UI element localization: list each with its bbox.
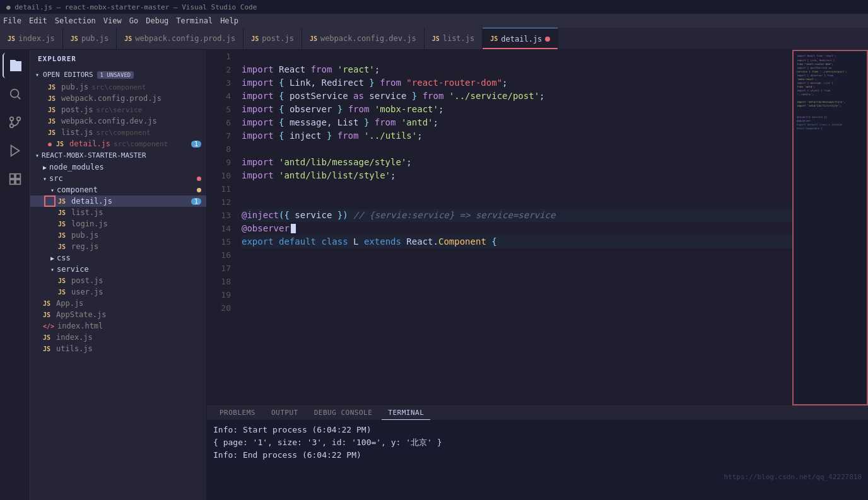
file-badge: 1	[191, 198, 201, 205]
tab-label: post.js	[262, 34, 294, 43]
tab-problems[interactable]: PROBLEMS	[213, 406, 262, 420]
tab-list-js[interactable]: JS list.js	[425, 28, 483, 49]
tab-detail-js[interactable]: JS detail.js	[483, 28, 558, 49]
tab-webpack-prod[interactable]: JS webpack.config.prod.js	[117, 28, 243, 49]
file-name: webpack.config.prod.js	[61, 94, 161, 103]
svg-line-1	[18, 96, 20, 99]
code-line-11	[242, 182, 792, 195]
tab-output[interactable]: OUTPUT	[265, 406, 305, 420]
chevron-down-icon: ▾	[35, 152, 39, 159]
tab-webpack-dev[interactable]: JS webpack.config.dev.js	[302, 28, 425, 49]
pub-js-file[interactable]: JS pub.js	[30, 230, 206, 241]
tab-terminal[interactable]: TERMINAL	[382, 406, 430, 420]
code-content[interactable]: import React from 'react'; import { Link…	[238, 50, 792, 405]
detail-js-file[interactable]: JS detail.js 1	[30, 195, 206, 207]
menu-terminal[interactable]: Terminal	[176, 16, 213, 25]
file-name: list.js	[61, 128, 93, 137]
open-editors-header[interactable]: ▾ OPEN EDITORS 1 UNSAVED	[30, 68, 206, 81]
js-file-icon: JS	[43, 346, 53, 352]
code-editor[interactable]: 1 2 3 4 5 6 7 8 9 10 11 12 13 14 15 16 1…	[207, 50, 868, 405]
js-icon: JS	[124, 35, 132, 42]
tab-post-js[interactable]: JS post.js	[243, 28, 302, 49]
tab-bar: JS index.js JS pub.js JS webpack.config.…	[0, 28, 868, 50]
file-name: post.js	[61, 105, 93, 114]
app-js-file[interactable]: JS App.js	[30, 298, 206, 309]
code-line-8	[242, 142, 792, 156]
js-file-icon: JS	[48, 118, 58, 125]
open-editor-post-js[interactable]: JS post.js src\service	[30, 104, 206, 115]
js-file-icon: JS	[58, 198, 68, 205]
tab-debug-console[interactable]: DEBUG CONSOLE	[308, 406, 379, 420]
chevron-down-icon: ▾	[43, 175, 47, 182]
index-js-file[interactable]: JS index.js	[30, 332, 206, 343]
menu-file[interactable]: File	[3, 16, 21, 25]
tab-label: webpack.config.prod.js	[135, 34, 235, 43]
tab-label: pub.js	[81, 34, 108, 43]
src-folder[interactable]: ▾ src	[30, 173, 206, 184]
menu-selection[interactable]: Selection	[55, 16, 96, 25]
svg-rect-8	[15, 174, 20, 178]
modified-indicator	[197, 188, 201, 192]
title-bar: ● detail.js — react-mobx-starter-master …	[0, 0, 868, 14]
menu-go[interactable]: Go	[129, 16, 138, 25]
service-folder[interactable]: ▾ service	[30, 264, 206, 275]
reg-js-file[interactable]: JS reg.js	[30, 241, 206, 252]
open-editor-list-js[interactable]: JS list.js src\component	[30, 127, 206, 138]
code-line-4: import { postService as service } from '…	[242, 90, 792, 103]
list-js-file[interactable]: JS list.js	[30, 207, 206, 218]
utils-js-file[interactable]: JS utils.js	[30, 343, 206, 354]
file-name: App.js	[56, 299, 83, 308]
file-name: pub.js	[61, 83, 88, 91]
code-line-2: import React from 'react';	[242, 63, 792, 76]
js-file-icon: JS	[43, 311, 53, 318]
service-user-js-file[interactable]: JS user.js	[30, 286, 206, 298]
tab-pub-js[interactable]: JS pub.js	[63, 28, 117, 49]
chevron-right-icon: ▶	[43, 164, 47, 171]
open-editor-pub-js[interactable]: JS pub.js src\component	[30, 81, 206, 93]
file-name: user.js	[71, 288, 103, 296]
sidebar-title: EXPLORER	[30, 50, 206, 68]
menu-view[interactable]: View	[103, 16, 122, 25]
open-editor-webpack-prod[interactable]: JS webpack.config.prod.js	[30, 93, 206, 104]
index-html-file[interactable]: </> index.html	[30, 320, 206, 332]
open-editor-detail-js[interactable]: JS detail.js src\component 1	[30, 138, 206, 149]
menu-debug[interactable]: Debug	[146, 16, 168, 25]
js-icon: JS	[71, 35, 78, 42]
project-header[interactable]: ▾ REACT-MOBX-STARTER-MASTER	[30, 149, 206, 161]
tab-index-js[interactable]: JS index.js	[0, 28, 63, 49]
code-line-9: import 'antd/lib/message/style';	[242, 156, 792, 169]
terminal-content[interactable]: Info: Start process (6:04:22 PM) { page:…	[207, 421, 868, 500]
js-file-icon: JS	[58, 277, 68, 284]
chevron-right-icon: ▶	[50, 255, 54, 262]
component-folder[interactable]: ▾ component	[30, 184, 206, 195]
file-name: pub.js	[71, 231, 98, 240]
js-file-icon: JS	[58, 243, 68, 250]
git-activity-icon[interactable]	[3, 110, 28, 135]
code-line-18	[242, 275, 792, 288]
chevron-down-icon: ▾	[35, 71, 39, 78]
files-activity-icon[interactable]	[3, 53, 28, 78]
chevron-down-icon: ▾	[50, 187, 54, 194]
file-name: AppState.js	[56, 310, 106, 319]
node-modules-folder[interactable]: ▶ node_modules	[30, 161, 206, 173]
appstate-js-file[interactable]: JS AppState.js	[30, 309, 206, 320]
debug-activity-icon[interactable]	[3, 138, 28, 163]
file-name: utils.js	[56, 344, 93, 353]
service-post-js-file[interactable]: JS post.js	[30, 275, 206, 286]
extensions-activity-icon[interactable]	[3, 166, 28, 192]
code-editor-area: 1 2 3 4 5 6 7 8 9 10 11 12 13 14 15 16 1…	[207, 50, 868, 500]
html-file-icon: </>	[43, 323, 54, 330]
menu-help[interactable]: Help	[220, 16, 238, 25]
modified-indicator	[197, 177, 201, 181]
css-folder[interactable]: ▶ css	[30, 252, 206, 264]
svg-rect-10	[9, 180, 14, 184]
js-icon: JS	[490, 35, 498, 42]
minimap-content: import React from 'react'; import { Link…	[794, 51, 867, 134]
search-activity-icon[interactable]	[3, 81, 28, 107]
menu-edit[interactable]: Edit	[29, 16, 47, 25]
code-line-14: @observer	[242, 222, 792, 235]
open-editor-webpack-dev[interactable]: JS webpack.config.dev.js	[30, 115, 206, 127]
file-badge: 1	[191, 141, 201, 148]
login-js-file[interactable]: JS login.js	[30, 218, 206, 230]
code-line-7: import { inject } from '../utils';	[242, 129, 792, 142]
